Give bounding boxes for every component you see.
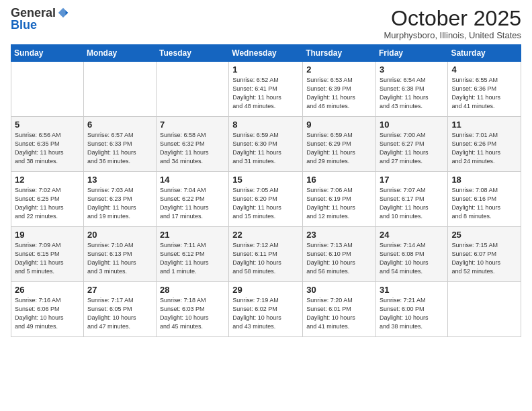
title-block: October 2025 Murphysboro, Illinois, Unit…	[384, 7, 521, 40]
day-info: Sunrise: 7:06 AM Sunset: 6:19 PM Dayligh…	[306, 186, 372, 221]
day-number: 26	[15, 285, 80, 295]
calendar-cell: 9Sunrise: 6:59 AM Sunset: 6:29 PM Daylig…	[303, 117, 376, 172]
day-info: Sunrise: 6:52 AM Sunset: 6:41 PM Dayligh…	[232, 76, 299, 111]
logo-blue-text: Blue	[11, 19, 37, 31]
calendar-cell: 5Sunrise: 6:56 AM Sunset: 6:35 PM Daylig…	[11, 117, 84, 172]
calendar-cell: 11Sunrise: 7:01 AM Sunset: 6:26 PM Dayli…	[448, 117, 521, 172]
day-info: Sunrise: 7:21 AM Sunset: 6:00 PM Dayligh…	[380, 296, 444, 331]
calendar-cell	[83, 62, 156, 117]
day-info: Sunrise: 7:17 AM Sunset: 6:05 PM Dayligh…	[87, 296, 152, 331]
calendar-header-row: SundayMondayTuesdayWednesdayThursdayFrid…	[11, 45, 521, 62]
day-number: 20	[87, 230, 152, 240]
day-header-thursday: Thursday	[303, 45, 376, 62]
day-number: 19	[15, 230, 80, 240]
calendar-cell: 19Sunrise: 7:09 AM Sunset: 6:15 PM Dayli…	[11, 227, 84, 282]
logo-icon	[57, 7, 69, 19]
calendar-week-row: 1Sunrise: 6:52 AM Sunset: 6:41 PM Daylig…	[11, 62, 521, 117]
day-info: Sunrise: 6:55 AM Sunset: 6:36 PM Dayligh…	[451, 76, 517, 111]
calendar-cell: 15Sunrise: 7:05 AM Sunset: 6:20 PM Dayli…	[229, 172, 303, 227]
day-info: Sunrise: 7:01 AM Sunset: 6:26 PM Dayligh…	[451, 131, 517, 166]
calendar-cell: 25Sunrise: 7:15 AM Sunset: 6:07 PM Dayli…	[448, 227, 521, 282]
day-info: Sunrise: 7:11 AM Sunset: 6:12 PM Dayligh…	[160, 241, 225, 276]
calendar-cell: 8Sunrise: 6:59 AM Sunset: 6:30 PM Daylig…	[229, 117, 303, 172]
day-info: Sunrise: 6:59 AM Sunset: 6:29 PM Dayligh…	[306, 131, 372, 166]
day-number: 27	[87, 285, 152, 295]
calendar-cell: 14Sunrise: 7:04 AM Sunset: 6:22 PM Dayli…	[157, 172, 229, 227]
calendar-cell: 13Sunrise: 7:03 AM Sunset: 6:23 PM Dayli…	[83, 172, 156, 227]
day-info: Sunrise: 7:02 AM Sunset: 6:25 PM Dayligh…	[15, 186, 80, 221]
calendar-cell: 30Sunrise: 7:20 AM Sunset: 6:01 PM Dayli…	[303, 282, 376, 337]
day-number: 16	[306, 175, 372, 185]
calendar-week-row: 5Sunrise: 6:56 AM Sunset: 6:35 PM Daylig…	[11, 117, 521, 172]
logo-general-text: General	[11, 7, 56, 19]
day-info: Sunrise: 7:10 AM Sunset: 6:13 PM Dayligh…	[87, 241, 152, 276]
day-number: 29	[232, 285, 299, 295]
day-number: 31	[380, 285, 444, 295]
day-info: Sunrise: 7:08 AM Sunset: 6:16 PM Dayligh…	[451, 186, 517, 221]
day-info: Sunrise: 7:04 AM Sunset: 6:22 PM Dayligh…	[160, 186, 225, 221]
day-number: 5	[15, 120, 80, 130]
day-info: Sunrise: 7:05 AM Sunset: 6:20 PM Dayligh…	[232, 186, 299, 221]
day-number: 13	[87, 175, 152, 185]
calendar-cell: 29Sunrise: 7:19 AM Sunset: 6:02 PM Dayli…	[229, 282, 303, 337]
day-info: Sunrise: 7:16 AM Sunset: 6:06 PM Dayligh…	[15, 296, 80, 331]
day-info: Sunrise: 6:54 AM Sunset: 6:38 PM Dayligh…	[380, 76, 444, 111]
day-number: 25	[451, 230, 517, 240]
calendar-cell: 23Sunrise: 7:13 AM Sunset: 6:10 PM Dayli…	[303, 227, 376, 282]
calendar-cell: 10Sunrise: 7:00 AM Sunset: 6:27 PM Dayli…	[375, 117, 447, 172]
calendar-cell: 20Sunrise: 7:10 AM Sunset: 6:13 PM Dayli…	[83, 227, 156, 282]
day-info: Sunrise: 7:14 AM Sunset: 6:08 PM Dayligh…	[380, 241, 444, 276]
day-number: 11	[451, 120, 517, 130]
calendar-cell	[11, 62, 84, 117]
day-info: Sunrise: 6:56 AM Sunset: 6:35 PM Dayligh…	[15, 131, 80, 166]
calendar-cell: 3Sunrise: 6:54 AM Sunset: 6:38 PM Daylig…	[375, 62, 447, 117]
day-number: 30	[306, 285, 372, 295]
header: General Blue October 2025 Murphysboro, I…	[11, 7, 521, 40]
day-info: Sunrise: 7:15 AM Sunset: 6:07 PM Dayligh…	[451, 241, 517, 276]
day-info: Sunrise: 6:58 AM Sunset: 6:32 PM Dayligh…	[160, 131, 225, 166]
day-info: Sunrise: 7:13 AM Sunset: 6:10 PM Dayligh…	[306, 241, 372, 276]
day-number: 23	[306, 230, 372, 240]
calendar-cell: 24Sunrise: 7:14 AM Sunset: 6:08 PM Dayli…	[375, 227, 447, 282]
location: Murphysboro, Illinois, United States	[384, 30, 521, 40]
day-info: Sunrise: 7:19 AM Sunset: 6:02 PM Dayligh…	[232, 296, 299, 331]
calendar-week-row: 26Sunrise: 7:16 AM Sunset: 6:06 PM Dayli…	[11, 282, 521, 337]
day-header-tuesday: Tuesday	[157, 45, 229, 62]
day-info: Sunrise: 6:59 AM Sunset: 6:30 PM Dayligh…	[232, 131, 299, 166]
calendar-cell: 6Sunrise: 6:57 AM Sunset: 6:33 PM Daylig…	[83, 117, 156, 172]
day-number: 6	[87, 120, 152, 130]
day-number: 22	[232, 230, 299, 240]
calendar-cell: 1Sunrise: 6:52 AM Sunset: 6:41 PM Daylig…	[229, 62, 303, 117]
day-info: Sunrise: 7:12 AM Sunset: 6:11 PM Dayligh…	[232, 241, 299, 276]
day-header-sunday: Sunday	[11, 45, 84, 62]
day-number: 12	[15, 175, 80, 185]
day-info: Sunrise: 7:03 AM Sunset: 6:23 PM Dayligh…	[87, 186, 152, 221]
day-info: Sunrise: 7:09 AM Sunset: 6:15 PM Dayligh…	[15, 241, 80, 276]
calendar-cell: 7Sunrise: 6:58 AM Sunset: 6:32 PM Daylig…	[157, 117, 229, 172]
calendar-cell	[157, 62, 229, 117]
calendar-week-row: 19Sunrise: 7:09 AM Sunset: 6:15 PM Dayli…	[11, 227, 521, 282]
calendar-cell: 26Sunrise: 7:16 AM Sunset: 6:06 PM Dayli…	[11, 282, 84, 337]
day-number: 2	[306, 64, 372, 75]
calendar-cell: 28Sunrise: 7:18 AM Sunset: 6:03 PM Dayli…	[157, 282, 229, 337]
day-number: 3	[380, 64, 444, 75]
day-number: 21	[160, 230, 225, 240]
month-title: October 2025	[384, 7, 521, 30]
calendar-cell: 2Sunrise: 6:53 AM Sunset: 6:39 PM Daylig…	[303, 62, 376, 117]
calendar-cell: 17Sunrise: 7:07 AM Sunset: 6:17 PM Dayli…	[375, 172, 447, 227]
day-number: 8	[232, 120, 299, 130]
calendar-cell: 12Sunrise: 7:02 AM Sunset: 6:25 PM Dayli…	[11, 172, 84, 227]
calendar-cell: 22Sunrise: 7:12 AM Sunset: 6:11 PM Dayli…	[229, 227, 303, 282]
day-info: Sunrise: 7:00 AM Sunset: 6:27 PM Dayligh…	[380, 131, 444, 166]
calendar-cell: 16Sunrise: 7:06 AM Sunset: 6:19 PM Dayli…	[303, 172, 376, 227]
day-number: 18	[451, 175, 517, 185]
calendar-cell: 27Sunrise: 7:17 AM Sunset: 6:05 PM Dayli…	[83, 282, 156, 337]
day-number: 7	[160, 120, 225, 130]
day-info: Sunrise: 6:53 AM Sunset: 6:39 PM Dayligh…	[306, 76, 372, 111]
day-number: 10	[380, 120, 444, 130]
day-number: 1	[232, 64, 299, 75]
day-header-friday: Friday	[375, 45, 447, 62]
day-info: Sunrise: 6:57 AM Sunset: 6:33 PM Dayligh…	[87, 131, 152, 166]
day-number: 9	[306, 120, 372, 130]
calendar-cell: 18Sunrise: 7:08 AM Sunset: 6:16 PM Dayli…	[448, 172, 521, 227]
